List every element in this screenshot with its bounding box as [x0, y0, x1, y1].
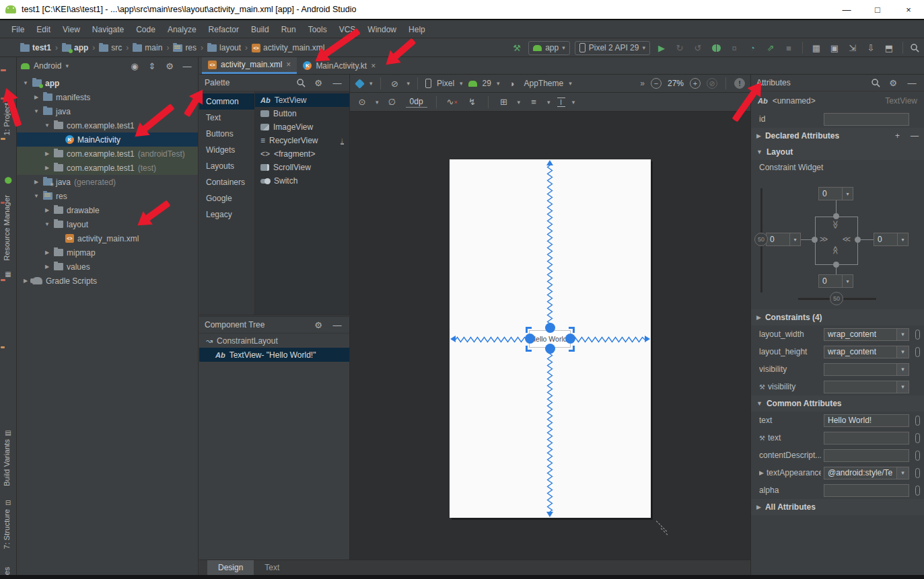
window-maximize-button[interactable]: □ — [862, 5, 893, 15]
constraint-anchor-top[interactable] — [545, 323, 555, 333]
horizontal-bias-value[interactable]: 50 — [830, 292, 843, 305]
download-icon[interactable]: ↓ — [341, 137, 345, 145]
menu-view[interactable]: View — [57, 23, 86, 36]
palette-item-imageview[interactable]: ImageView — [255, 120, 349, 134]
section-constraints[interactable]: ▶Constraints (4) — [751, 309, 924, 325]
hide-panel-icon[interactable]: — — [330, 76, 344, 89]
margin-top-dropdown[interactable]: 0▾ — [818, 187, 853, 200]
orientation-icon[interactable]: ⊘ — [388, 77, 402, 90]
palette-category-google[interactable]: Google — [199, 190, 254, 206]
sdk-manager-icon[interactable]: ⇩ — [864, 41, 878, 54]
tab-activity-main-xml[interactable]: <> activity_main.xml × — [202, 57, 297, 74]
tree-row-package-test[interactable]: ▶com.example.test1(test) — [17, 161, 198, 175]
run-configuration-dropdown[interactable]: app▾ — [528, 41, 570, 55]
clear-constraints-icon[interactable]: ∿× — [446, 95, 459, 109]
run-button[interactable]: ▶ — [655, 41, 668, 54]
tool-window-button-build-variants[interactable]: Build Variants — [3, 439, 11, 486]
menu-help[interactable]: Help — [402, 23, 431, 36]
layout-height-dropdown[interactable]: wrap_content▾ — [824, 346, 909, 358]
menu-edit[interactable]: Edit — [30, 23, 57, 36]
tree-row-app[interactable]: ▼app — [17, 76, 198, 90]
palette-category-text[interactable]: Text — [199, 110, 254, 126]
tree-row-gradle-scripts[interactable]: ▶Gradle Scripts — [17, 274, 198, 288]
default-margin-selector[interactable]: 0dp — [406, 97, 427, 108]
constraint-anchor-bottom[interactable] — [545, 344, 555, 354]
tab-mainactivity-kt[interactable]: K MainActivity.kt × — [297, 57, 382, 74]
breadcrumb-app[interactable]: app — [61, 42, 90, 54]
close-tab-icon[interactable]: × — [286, 60, 291, 69]
tools-visibility-dropdown[interactable]: ▾ — [824, 381, 909, 393]
build-hammer-icon[interactable]: ⚒ — [510, 41, 524, 54]
pick-resource-button[interactable] — [915, 330, 920, 340]
gear-icon[interactable]: ⚙ — [886, 76, 900, 89]
tree-row-values[interactable]: ▶values — [17, 260, 198, 274]
palette-item-recyclerview[interactable]: ≡RecyclerView↓ — [255, 134, 349, 147]
collapse-all-icon[interactable]: ⇕ — [145, 59, 159, 73]
device-file-explorer-icon[interactable]: ⬒ — [882, 41, 896, 54]
expand-icon[interactable]: ▶ — [759, 469, 764, 476]
run-anything-icon[interactable]: ▣ — [828, 41, 841, 54]
tree-row-res[interactable]: ▼res — [17, 189, 198, 203]
tree-row-layout[interactable]: ▼layout — [17, 217, 198, 231]
selection-corner-handle[interactable] — [569, 327, 575, 333]
profile-app-icon[interactable]: ⇗ — [764, 41, 777, 54]
section-declared-attributes[interactable]: ▶Declared Attributes + — — [751, 128, 924, 144]
tab-design-mode[interactable]: Design — [207, 560, 254, 575]
selection-corner-handle[interactable] — [526, 346, 532, 352]
tree-row-package[interactable]: ▼com.example.test1 — [17, 118, 198, 132]
add-attribute-button[interactable]: + — [895, 131, 900, 141]
breadcrumb-res[interactable]: res — [172, 42, 198, 54]
section-common-attributes[interactable]: ▼Common Attributes — [751, 395, 924, 412]
tree-row-package-androidtest[interactable]: ▶com.example.test1(androidTest) — [17, 147, 198, 161]
pick-resource-button[interactable] — [915, 347, 920, 357]
guideline-icon[interactable]: I — [557, 98, 565, 107]
component-tree-textview[interactable]: AbTextView- "Hello World!" — [199, 348, 349, 362]
breadcrumb-src[interactable]: src — [98, 42, 123, 54]
avd-manager-icon[interactable]: ⇲ — [846, 41, 859, 54]
tree-row-java-generated[interactable]: ▶java(generated) — [17, 175, 198, 189]
text-input[interactable]: Hello World! — [824, 414, 909, 427]
design-blueprint-mode-icon[interactable] — [355, 79, 365, 89]
toolbar-overflow-icon[interactable]: » — [640, 79, 645, 88]
device-selector-dropdown[interactable]: Pixel 2 API 29▾ — [575, 41, 650, 55]
palette-item-textview[interactable]: AbTextView — [255, 93, 349, 107]
margin-right-dropdown[interactable]: 0▾ — [874, 233, 909, 246]
text-appearance-dropdown[interactable]: @android:style/Te▾ — [824, 467, 909, 479]
menu-analyze[interactable]: Analyze — [162, 23, 203, 36]
breadcrumb-project[interactable]: test1 — [19, 42, 52, 54]
section-layout[interactable]: ▼Layout — [751, 144, 924, 160]
margin-bottom-dropdown[interactable]: 0▾ — [818, 274, 853, 288]
project-view-selector[interactable]: Android — [34, 61, 61, 71]
tree-row-manifests[interactable]: ▶manifests — [17, 90, 198, 104]
apply-changes-icon[interactable]: ↻ — [673, 41, 686, 54]
hide-panel-icon[interactable]: — — [330, 318, 344, 332]
apply-code-changes-icon[interactable]: ↺ — [691, 41, 705, 54]
stop-button[interactable]: ■ — [782, 41, 795, 54]
palette-category-containers[interactable]: Containers — [199, 174, 254, 190]
selection-corner-handle[interactable] — [526, 327, 532, 333]
breadcrumb-main[interactable]: main — [131, 42, 164, 54]
zoom-out-button[interactable]: − — [651, 78, 662, 89]
pick-resource-button[interactable] — [915, 486, 920, 496]
project-settings-gear-icon[interactable]: ⚙ — [163, 59, 176, 73]
theme-dropdown[interactable]: AppTheme — [524, 79, 564, 88]
menu-window[interactable]: Window — [361, 23, 402, 36]
tools-text-input[interactable] — [824, 432, 909, 445]
component-tree-constraintlayout[interactable]: ↝ConstraintLayout — [199, 334, 349, 348]
vertical-bias-value[interactable]: 50 — [754, 233, 768, 246]
menu-file[interactable]: File — [5, 23, 30, 36]
tree-row-drawable[interactable]: ▶drawable — [17, 203, 198, 217]
constraint-handle-top[interactable] — [833, 213, 839, 219]
pick-resource-button[interactable] — [915, 433, 920, 443]
profiler-icon[interactable]: ◔ — [746, 41, 759, 54]
menu-code[interactable]: Code — [130, 23, 162, 36]
constraint-anchor-left[interactable] — [525, 334, 535, 344]
content-description-input[interactable] — [824, 449, 909, 462]
device-artboard[interactable]: Hello World! — [450, 159, 651, 518]
tree-row-activity-main-xml[interactable]: <>activity_main.xml — [17, 231, 198, 245]
debug-button[interactable] — [709, 41, 723, 54]
palette-item-fragment[interactable]: <><fragment> — [255, 147, 349, 161]
align-icon[interactable]: ≡ — [527, 95, 540, 109]
search-icon[interactable] — [296, 78, 306, 88]
id-input[interactable] — [824, 113, 909, 126]
